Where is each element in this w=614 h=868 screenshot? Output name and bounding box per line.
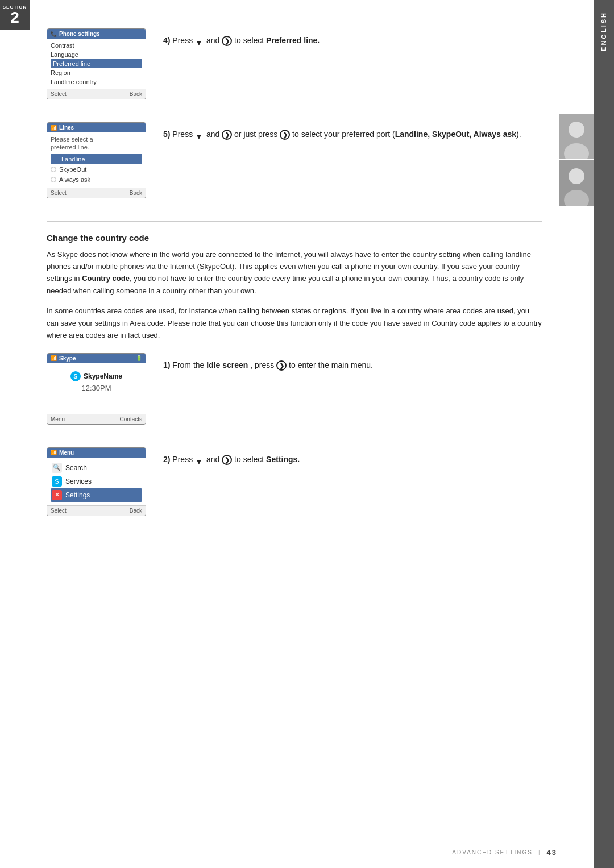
arrow-down-icon-cc2 [195, 455, 204, 464]
step-4-text: 4) Press and ❯ to select Preferred line. [163, 28, 542, 47]
main-content: 📞 Phone settings Contrast Language Prefe… [30, 0, 559, 550]
right-sidebar: ENGLISH [594, 0, 614, 868]
lines-footer-back: Back [130, 190, 142, 196]
step-cc-2-press: Press [172, 455, 195, 464]
step-5-row: 📶 Lines Please select a preferred line. … [47, 122, 542, 198]
lines-footer: Select Back [47, 188, 146, 198]
sidebar-photo-2 [559, 160, 594, 206]
step-cc-1-row: 📶 Skype 🔋 S SkypeName 12:30PM Menu Conta… [47, 353, 542, 425]
skype-icon: S [70, 371, 81, 381]
step-4-to-select: to select [234, 36, 266, 45]
skype-username: SkypeName [84, 372, 122, 380]
search-menu-icon: 🔍 [52, 463, 62, 473]
step-4-bold: Preferred line. [266, 36, 320, 45]
country-code-section: Change the country code As Skype does no… [47, 233, 542, 342]
circle-arrow-icon-cc1: ❯ [276, 360, 287, 371]
section-heading: Change the country code [47, 233, 542, 243]
step-cc-1-number: 1) [163, 360, 170, 369]
idle-titlebar: 📶 Skype 🔋 [47, 354, 146, 363]
menu-footer: Select Back [47, 505, 146, 516]
time-display: 12:30PM [51, 384, 142, 392]
arrow-down-icon-5 [195, 130, 204, 139]
step-cc-2-number: 2) [163, 455, 170, 464]
lines-landline: Landline [51, 154, 142, 164]
step-cc-1-text: 1) From the Idle screen , press ❯ to ent… [163, 353, 542, 371]
step-cc-2-and: and [206, 455, 222, 464]
idle-phone-icon: 📶 [51, 355, 57, 361]
menu-title: Menu [59, 450, 74, 456]
idle-footer: Menu Contacts [47, 414, 146, 424]
step-cc-1-press: , press [250, 360, 276, 369]
lines-subtitle-2: preferred line. [51, 144, 89, 151]
step-5-text: 5) Press and ❯ or just press ❯ to select… [163, 122, 542, 140]
idle-body: S SkypeName 12:30PM [47, 363, 146, 414]
step-5-number: 5) [163, 130, 170, 139]
footer-divider: | [538, 849, 541, 855]
footer-label: ADVANCED SETTINGS [452, 849, 533, 855]
idle-footer-contacts: Contacts [120, 416, 142, 422]
menu-services: S Services [51, 475, 142, 488]
step-cc-2-bold: Settings. [266, 455, 300, 464]
sidebar-photos [559, 114, 594, 206]
step-cc-1-to-enter: to enter the main menu. [289, 360, 373, 369]
settings-item-preferred-line: Preferred line [51, 59, 142, 68]
step-cc-2-text: 2) Press and ❯ to select Settings. [163, 447, 542, 466]
radio-skypeout [51, 167, 56, 172]
idle-title: Skype [59, 355, 76, 362]
lines-subtitle-1: Please select a [51, 136, 93, 143]
svg-point-1 [569, 122, 584, 138]
radio-always-ask [51, 177, 56, 182]
settings-item-language: Language [51, 50, 142, 59]
step-4-and: and [206, 36, 222, 45]
settings-item-region: Region [51, 68, 142, 77]
lines-icon: 📶 [51, 125, 57, 131]
menu-footer-select: Select [51, 508, 67, 514]
idle-footer-menu: Menu [51, 416, 65, 422]
phone-settings-footer: Select Back [47, 89, 146, 99]
menu-search: 🔍 Search [51, 461, 142, 475]
footer-select: Select [51, 91, 67, 97]
lines-footer-select: Select [51, 190, 67, 196]
step-5-press: Press [172, 130, 195, 139]
sidebar-language-label: ENGLISH [600, 11, 607, 51]
lines-titlebar: 📶 Lines [47, 123, 146, 132]
titlebar-icon: 📞 [51, 31, 57, 37]
skype-name-block: S SkypeName [51, 371, 142, 381]
svg-point-4 [569, 168, 584, 184]
menu-footer-back: Back [130, 508, 142, 514]
step-5-and: and [206, 130, 222, 139]
phone-settings-titlebar: 📞 Phone settings [47, 29, 146, 39]
section-badge: SECTION 2 [0, 0, 30, 30]
step-cc-1-from: From the [172, 360, 206, 369]
page-number: 43 [547, 848, 557, 857]
arrow-down-icon-4 [195, 36, 204, 45]
lines-title: Lines [59, 124, 74, 131]
lines-skypeout: SkypeOut [51, 164, 142, 175]
phone-settings-body: Contrast Language Preferred line Region … [47, 39, 146, 89]
section-number: 2 [10, 10, 19, 26]
country-code-bold: Country code [82, 274, 130, 283]
settings-item-contrast: Contrast [51, 41, 142, 50]
phone-settings-title: Phone settings [59, 31, 100, 37]
circle-arrow-icon-4: ❯ [222, 36, 232, 46]
step-cc-1-bold: Idle screen [206, 360, 248, 369]
step-5-or: or just press [234, 130, 280, 139]
step-4-number: 4) [163, 36, 170, 45]
footer-back: Back [130, 91, 142, 97]
menu-screen: 📶 Menu 🔍 Search S Services ✕ Settings Se [47, 447, 146, 516]
page-footer: ADVANCED SETTINGS | 43 [452, 848, 557, 857]
menu-body: 🔍 Search S Services ✕ Settings [47, 458, 146, 505]
services-menu-icon: S [52, 476, 62, 487]
lines-body: Please select a preferred line. Landline… [47, 132, 146, 188]
menu-icon: 📶 [51, 450, 57, 455]
step-4-press: Press [172, 36, 195, 45]
circle-arrow-icon-cc2: ❯ [222, 455, 232, 465]
step-5-bold: Landline, SkypeOut, Always ask [395, 130, 516, 139]
menu-titlebar: 📶 Menu [47, 448, 146, 458]
idle-status-icon: 🔋 [136, 355, 142, 361]
phone-settings-screen: 📞 Phone settings Contrast Language Prefe… [47, 28, 146, 99]
settings-menu-icon: ✕ [52, 490, 62, 500]
step-5-to-select: to select your preferred port ( [292, 130, 395, 139]
menu-settings: ✕ Settings [51, 488, 142, 502]
idle-spacer [51, 392, 142, 406]
